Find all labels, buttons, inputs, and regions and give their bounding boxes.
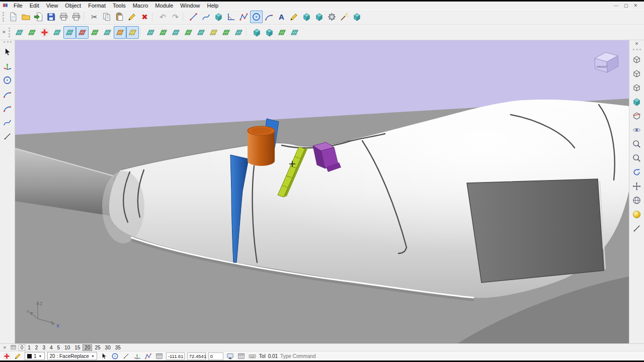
mark-pen-icon[interactable] <box>288 11 300 23</box>
menu-object[interactable]: Object <box>61 3 85 9</box>
arc-tool-icon[interactable] <box>263 11 275 23</box>
minimize-button[interactable]: — <box>614 3 618 8</box>
paste-icon[interactable] <box>113 11 126 23</box>
module-box-icon[interactable] <box>351 11 363 23</box>
monitor-icon[interactable] <box>226 352 234 360</box>
pick-filter-icon[interactable] <box>100 352 108 360</box>
snap-ucs-icon[interactable] <box>133 352 141 360</box>
orange-cylinder[interactable] <box>248 126 275 166</box>
draft-face-icon[interactable] <box>288 26 301 39</box>
angled-line-icon[interactable] <box>2 130 14 142</box>
corner-angle-icon[interactable] <box>225 11 237 23</box>
open-file-icon[interactable] <box>20 11 32 23</box>
layer-chip[interactable]: 4 <box>48 344 55 351</box>
toolbar-grip[interactable] <box>3 12 6 22</box>
edit-pen-icon[interactable] <box>14 352 22 360</box>
layer-chip[interactable]: 25 <box>93 344 102 351</box>
print-preview-icon[interactable] <box>70 11 83 23</box>
face-patch-icon[interactable] <box>126 26 139 39</box>
erase-pen-icon[interactable] <box>126 11 138 23</box>
toolbar-close-icon[interactable]: ✕ <box>635 41 639 47</box>
center-circle-icon[interactable] <box>2 74 14 86</box>
layer-chip[interactable]: 30 <box>103 344 113 351</box>
spline-tool-icon[interactable] <box>2 116 14 128</box>
menu-view[interactable]: View <box>43 3 62 9</box>
snap-line-icon[interactable] <box>122 352 130 360</box>
snap-center-icon[interactable] <box>111 352 119 360</box>
toolbar-grip[interactable] <box>633 49 641 51</box>
toolbar-close-icon[interactable]: ✕ <box>1 30 7 35</box>
untrim-face-icon[interactable] <box>144 26 157 39</box>
hide-entity-icon[interactable] <box>631 124 643 136</box>
mesh-surface-icon[interactable] <box>13 26 26 39</box>
shaded-cube-icon[interactable] <box>631 96 643 108</box>
machine-gear-icon[interactable] <box>326 11 338 23</box>
table-icon[interactable] <box>237 352 246 360</box>
undo-icon[interactable]: ↶ <box>156 11 169 23</box>
magic-wand-icon[interactable] <box>338 11 351 23</box>
render-mode-icon[interactable] <box>631 208 643 220</box>
menu-edit[interactable]: Edit <box>26 3 43 9</box>
solid-block-icon[interactable] <box>251 26 263 39</box>
layer-chip-active[interactable]: 20 <box>83 344 92 351</box>
face-edit-icon[interactable] <box>63 26 76 39</box>
delete-icon[interactable]: ✖ <box>138 11 151 23</box>
layer-chip[interactable]: 0 <box>19 344 26 351</box>
menu-file[interactable]: File <box>10 3 26 9</box>
maximize-button[interactable]: ▢ <box>624 3 628 8</box>
zoom-fit-icon[interactable] <box>631 152 643 164</box>
new-file-icon[interactable] <box>7 11 20 23</box>
viewport[interactable]: FRONT Z Y X <box>15 40 629 343</box>
sketch-line-icon[interactable] <box>187 11 200 23</box>
save-file-icon[interactable] <box>45 11 57 23</box>
assembly-icon[interactable] <box>313 11 326 23</box>
face-analyze-icon[interactable] <box>51 26 63 39</box>
fill-face-icon[interactable] <box>170 26 182 39</box>
quilt-surface-icon[interactable] <box>26 26 38 39</box>
menu-module[interactable]: Module <box>151 3 177 9</box>
command-input[interactable] <box>280 352 356 360</box>
face-delete-icon[interactable] <box>76 26 89 39</box>
extend-face-icon[interactable] <box>157 26 170 39</box>
menu-window[interactable]: Window <box>177 3 203 9</box>
first-aid-icon[interactable] <box>38 26 51 39</box>
view-isometric-icon[interactable] <box>631 53 643 65</box>
snap-poly-icon[interactable] <box>144 352 152 360</box>
section-view-icon[interactable] <box>631 110 643 122</box>
offset-face-icon[interactable] <box>195 26 207 39</box>
keyboard-icon[interactable] <box>248 352 257 360</box>
arc-tool-icon[interactable] <box>2 88 14 100</box>
layer-chip[interactable]: 5 <box>55 344 62 351</box>
round-edge-icon[interactable] <box>276 26 288 39</box>
print-icon[interactable] <box>57 11 70 23</box>
layer-chip[interactable]: 10 <box>62 344 72 351</box>
pan-view-icon[interactable] <box>631 180 643 192</box>
toolbar-grip[interactable] <box>4 41 12 44</box>
revolve-solid-icon[interactable] <box>212 11 225 23</box>
pen-select-combo[interactable]: 1 ▼ <box>25 352 45 360</box>
layer-chip[interactable]: 1 <box>26 344 33 351</box>
stitch-face-icon[interactable] <box>232 26 245 39</box>
viewport-canvas[interactable]: FRONT Z Y X <box>15 40 629 343</box>
layers-icon[interactable] <box>10 344 17 350</box>
spline-curve-icon[interactable] <box>200 11 212 23</box>
view-front-icon[interactable] <box>631 67 643 79</box>
blend-face-icon[interactable] <box>182 26 195 39</box>
rotate-view-icon[interactable] <box>631 166 643 178</box>
toolbar-grip[interactable] <box>9 28 12 37</box>
import-file-icon[interactable] <box>32 11 45 23</box>
redo-icon[interactable]: ↷ <box>169 11 182 23</box>
circle-tool-icon[interactable] <box>250 11 263 23</box>
cut-icon[interactable]: ✂ <box>88 11 101 23</box>
copy-icon[interactable] <box>101 11 113 23</box>
layer-chip[interactable]: 35 <box>113 344 123 351</box>
grid-table-icon[interactable] <box>155 352 164 360</box>
measure-icon[interactable] <box>631 222 643 234</box>
menu-help[interactable]: Help <box>203 3 222 9</box>
divide-face-icon[interactable] <box>207 26 220 39</box>
face-trim-icon[interactable] <box>101 26 114 39</box>
layer-chip[interactable]: 15 <box>72 344 82 351</box>
view-side-icon[interactable] <box>631 81 643 94</box>
zoom-window-icon[interactable] <box>631 138 643 150</box>
status-flag-icon[interactable] <box>3 352 11 360</box>
